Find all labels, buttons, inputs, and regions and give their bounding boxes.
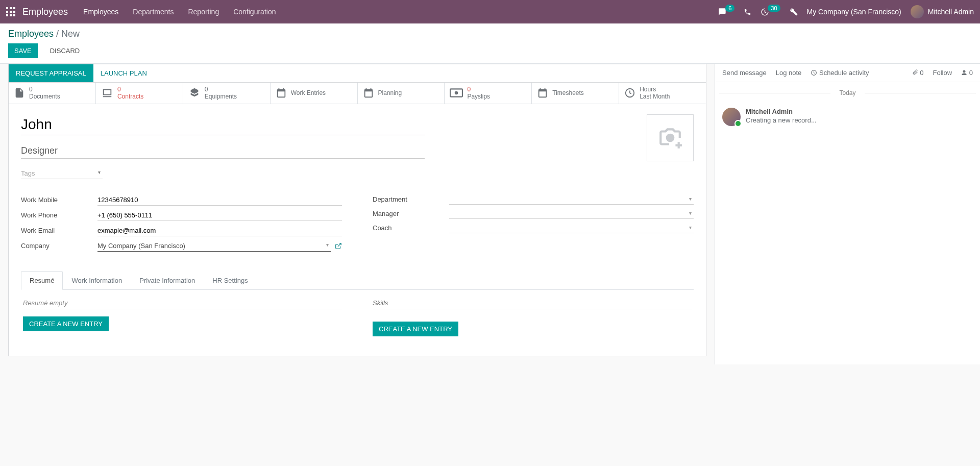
external-link-icon[interactable] [335,242,342,250]
messaging-icon[interactable]: 6 [718,8,734,16]
attachments-button[interactable]: 0 [912,69,924,77]
work-phone-input[interactable] [97,210,342,221]
top-navbar: Employees Employees Departments Reportin… [0,0,980,23]
work-mobile-label: Work Mobile [21,196,97,204]
stat-equipments[interactable]: 0Equipments [183,83,271,104]
discard-button[interactable]: Discard [44,43,86,58]
user-menu[interactable]: Mitchell Admin [911,5,974,18]
work-mobile-input[interactable] [97,194,342,206]
message-author: Mitchell Admin [746,108,817,115]
nav-departments[interactable]: Departments [133,8,174,16]
work-email-input[interactable] [97,225,342,236]
department-select[interactable] [449,194,694,205]
work-email-label: Work Email [21,227,97,234]
company-switcher[interactable]: My Company (San Francisco) [807,8,901,16]
svg-point-1 [455,91,458,95]
launch-plan-button[interactable]: Launch Plan [93,64,154,82]
coach-label: Coach [373,224,449,232]
stat-buttons: 0Documents 0Contracts 0Equipments Work E… [9,83,706,104]
user-name: Mitchell Admin [928,8,974,16]
form-sheet: Request Appraisal Launch Plan 0Documents… [8,64,706,356]
calendar-icon [276,87,287,99]
schedule-activity-button[interactable]: Schedule activity [811,69,869,77]
activities-badge: 30 [768,5,780,12]
nav-employees[interactable]: Employees [83,8,118,16]
follow-button[interactable]: Follow [933,69,952,77]
tab-work-info[interactable]: Work Information [63,271,131,290]
nav-right: 6 30 My Company (San Francisco) Mitchell… [718,5,974,18]
activities-icon[interactable]: 30 [761,8,780,16]
calendar-icon [363,87,374,99]
tab-private-info[interactable]: Private Information [131,271,204,290]
nav-menu: Employees Departments Reporting Configur… [83,8,276,16]
stat-documents[interactable]: 0Documents [9,83,96,104]
manager-label: Manager [373,210,449,217]
employee-image-upload[interactable] [647,114,694,161]
create-resume-entry-button[interactable]: Create a new entry [23,316,109,331]
tab-resume[interactable]: Resumé [21,271,63,290]
control-panel: Employees / New Save Discard [0,23,980,64]
manager-select[interactable] [449,209,694,219]
calendar-icon [537,87,548,99]
log-note-button[interactable]: Log note [776,69,802,77]
nav-configuration[interactable]: Configuration [233,8,276,16]
save-button[interactable]: Save [8,43,38,58]
debug-icon[interactable] [790,8,798,16]
cubes-icon [188,87,201,99]
skills-title: Skills [373,299,692,309]
job-title-input[interactable] [21,143,425,159]
resume-empty-text: Resumé empty [23,299,342,309]
messaging-badge: 6 [725,5,734,12]
clock-icon [624,87,635,99]
stat-planning[interactable]: Planning [358,83,445,104]
followers-button[interactable]: 0 [961,69,973,77]
chatter-panel: Send message Log note Schedule activity … [715,64,980,364]
company-select[interactable]: My Company (San Francisco) [97,240,331,252]
apps-icon[interactable] [6,7,15,16]
money-icon [450,88,463,97]
tags-input[interactable]: Tags [21,168,103,179]
nav-reporting[interactable]: Reporting [188,8,219,16]
form-tabs: Resumé Work Information Private Informat… [21,271,694,290]
today-separator: Today [715,89,980,96]
book-icon [101,87,113,99]
send-message-button[interactable]: Send message [722,69,767,77]
breadcrumb: Employees / New [8,29,972,39]
stat-payslips[interactable]: 0Payslips [445,83,532,104]
message-avatar [722,108,741,126]
app-brand: Employees [22,7,68,17]
chatter-message: Mitchell Admin Creating a new record... [715,104,980,130]
employee-name-input[interactable] [21,114,425,135]
stat-timesheets[interactable]: Timesheets [532,83,619,104]
department-label: Department [373,195,449,203]
user-avatar [911,5,924,18]
coach-select[interactable] [449,223,694,233]
create-skill-entry-button[interactable]: Create a new entry [373,322,458,336]
breadcrumb-root[interactable]: Employees [8,29,54,39]
stat-contracts[interactable]: 0Contracts [96,83,183,104]
stat-hours-last-month[interactable]: HoursLast Month [619,83,706,104]
company-label: Company [21,242,97,250]
message-text: Creating a new record... [746,116,817,124]
stat-work-entries[interactable]: Work Entries [271,83,358,104]
tab-hr-settings[interactable]: HR Settings [204,271,256,290]
file-icon [14,87,25,99]
phone-icon[interactable] [744,8,751,16]
work-phone-label: Work Phone [21,211,97,219]
request-appraisal-button[interactable]: Request Appraisal [9,64,93,82]
breadcrumb-current: New [61,29,80,39]
